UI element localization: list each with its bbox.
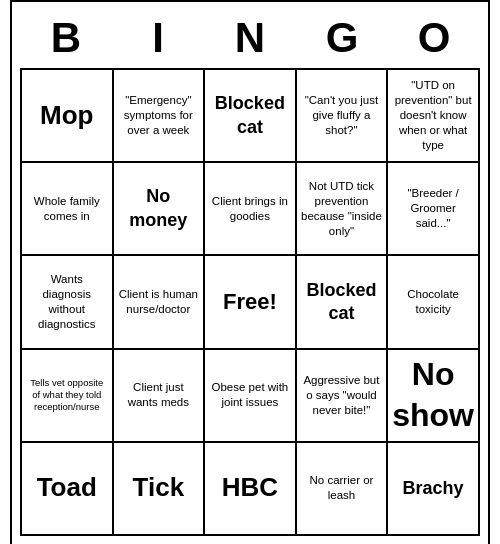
cell-text-r2-c1: Client is human nurse/doctor [118,287,200,317]
bingo-letter-o: O [388,10,480,66]
cell-text-r2-c0: Wants diagnosis without diagnostics [26,272,108,332]
cell-text-r4-c4: Brachy [403,477,464,500]
cell-text-r4-c1: Tick [133,471,185,505]
cell-r4-c1: Tick [114,443,206,536]
cell-text-r1-c3: Not UTD tick prevention because "inside … [301,179,383,239]
cell-text-r0-c0: Mop [40,99,93,133]
bingo-letter-g: G [296,10,388,66]
cell-r0-c0: Mop [22,70,114,163]
cell-text-r2-c4: Chocolate toxicity [392,287,474,317]
cell-r2-c1: Client is human nurse/doctor [114,256,206,349]
cell-text-r1-c4: "Breeder / Groomer said..." [392,186,474,231]
cell-r3-c1: Client just wants meds [114,350,206,443]
cell-text-r3-c3: Aggressive but o says "would never bite!… [301,373,383,418]
bingo-grid: Mop"Emergency" symptoms for over a weekB… [20,68,480,536]
cell-r3-c4: No show [388,350,480,443]
cell-r3-c0: Tells vet opposite of what they told rec… [22,350,114,443]
bingo-card: BINGO Mop"Emergency" symptoms for over a… [10,0,490,544]
cell-text-r0-c4: "UTD on prevention" but doesn't know whe… [392,78,474,153]
cell-r0-c3: "Can't you just give fluffy a shot?" [297,70,389,163]
cell-r1-c3: Not UTD tick prevention because "inside … [297,163,389,256]
cell-r0-c2: Blocked cat [205,70,297,163]
bingo-letter-b: B [20,10,112,66]
cell-r0-c1: "Emergency" symptoms for over a week [114,70,206,163]
cell-text-r2-c2: Free! [223,288,277,317]
cell-r2-c4: Chocolate toxicity [388,256,480,349]
cell-r0-c4: "UTD on prevention" but doesn't know whe… [388,70,480,163]
cell-r1-c1: No money [114,163,206,256]
cell-r2-c0: Wants diagnosis without diagnostics [22,256,114,349]
cell-text-r1-c0: Whole family comes in [26,194,108,224]
bingo-letter-n: N [204,10,296,66]
cell-text-r1-c1: No money [118,185,200,232]
cell-r1-c2: Client brings in goodies [205,163,297,256]
cell-text-r4-c3: No carrier or leash [301,473,383,503]
cell-text-r3-c2: Obese pet with joint issues [209,380,291,410]
cell-r3-c2: Obese pet with joint issues [205,350,297,443]
cell-text-r1-c2: Client brings in goodies [209,194,291,224]
cell-r1-c0: Whole family comes in [22,163,114,256]
cell-text-r4-c0: Toad [37,471,97,505]
cell-r4-c0: Toad [22,443,114,536]
cell-r4-c2: HBC [205,443,297,536]
cell-text-r3-c0: Tells vet opposite of what they told rec… [26,377,108,414]
cell-text-r0-c2: Blocked cat [209,92,291,139]
cell-text-r2-c3: Blocked cat [301,279,383,326]
cell-r3-c3: Aggressive but o says "would never bite!… [297,350,389,443]
bingo-letter-i: I [112,10,204,66]
cell-text-r0-c3: "Can't you just give fluffy a shot?" [301,93,383,138]
cell-text-r0-c1: "Emergency" symptoms for over a week [118,93,200,138]
cell-text-r3-c1: Client just wants meds [118,380,200,410]
cell-text-r3-c4: No show [392,354,474,437]
cell-r4-c4: Brachy [388,443,480,536]
cell-r1-c4: "Breeder / Groomer said..." [388,163,480,256]
cell-r2-c2: Free! [205,256,297,349]
bingo-header: BINGO [20,10,480,66]
cell-text-r4-c2: HBC [222,471,278,505]
cell-r2-c3: Blocked cat [297,256,389,349]
cell-r4-c3: No carrier or leash [297,443,389,536]
